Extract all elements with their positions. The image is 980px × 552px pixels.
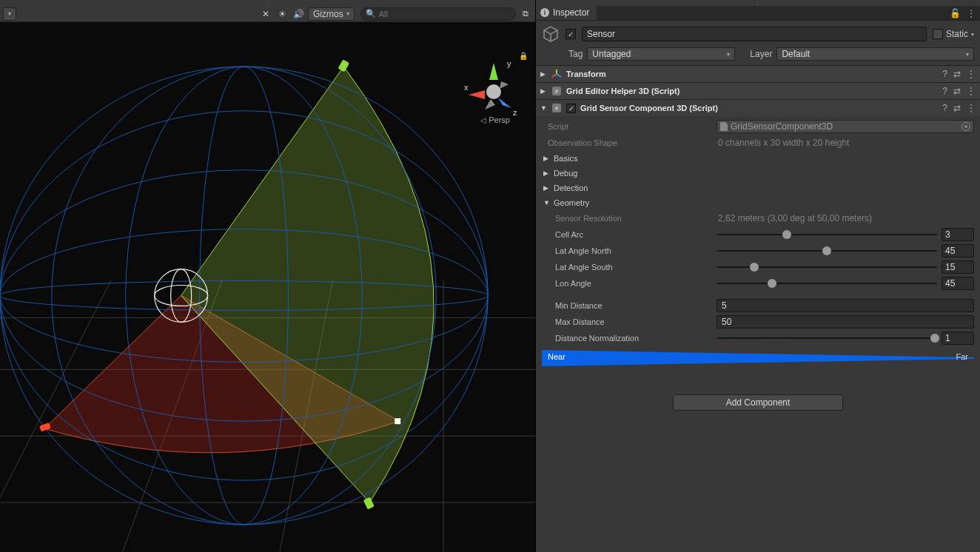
cell-arc-slider[interactable] — [716, 228, 937, 241]
tag-label: Tag — [568, 49, 583, 59]
script-prop-label: Script — [542, 122, 712, 131]
inspector-tabbar: i Inspector 🔓 ⋮ — [536, 6, 980, 21]
axis-z-label: z — [513, 108, 517, 117]
lock-icon[interactable]: 🔓 — [950, 8, 961, 18]
svg-marker-27 — [469, 90, 485, 99]
foldout-icon: ▼ — [540, 104, 547, 112]
component-header-grid-sensor[interactable]: ▼ # ✓ Grid Sensor Component 3D (Script) … — [536, 100, 980, 116]
script-icon: # — [551, 86, 562, 96]
axis-x-label: x — [464, 83, 469, 92]
script-file-icon — [720, 122, 728, 131]
svg-marker-26 — [489, 63, 498, 80]
max-dist-field[interactable] — [716, 315, 974, 329]
lon-angle-slider[interactable] — [716, 277, 937, 290]
panel-drag-handle[interactable]: ⋮ — [0, 0, 535, 6]
layer-label: Layer — [750, 49, 772, 59]
context-menu-icon[interactable]: ⋮ — [967, 86, 976, 96]
max-dist-label: Max Distance — [542, 317, 712, 326]
help-icon[interactable]: ? — [942, 86, 947, 96]
tag-dropdown[interactable]: Untagged▾ — [587, 47, 735, 61]
svg-rect-21 — [338, 59, 350, 72]
svg-marker-28 — [498, 98, 511, 108]
audio-icon[interactable]: 🔊 — [292, 7, 305, 21]
tools-icon[interactable]: ✕ — [259, 7, 272, 21]
inspector-tab-label: Inspector — [553, 7, 589, 18]
scene-panel: ⋮ ▾ ✕ ☀ 🔊 Gizmos ▾ 🔍 ⧉ — [0, 0, 536, 552]
static-dropdown-arrow[interactable]: ▾ — [971, 31, 974, 38]
component-header-transform[interactable]: ▶ Transform ?⇄⋮ — [536, 66, 980, 82]
context-menu-icon[interactable]: ⋮ — [967, 69, 976, 79]
obs-shape-label: Observation Shape — [542, 138, 712, 147]
svg-line-32 — [552, 74, 557, 77]
component-enable-checkbox[interactable]: ✓ — [566, 104, 576, 113]
svg-line-33 — [557, 74, 561, 77]
layer-dropdown[interactable]: Default▾ — [776, 47, 974, 61]
scene-toolbar: ▾ ✕ ☀ 🔊 Gizmos ▾ 🔍 ⧉ — [0, 6, 535, 22]
add-component-button[interactable]: Add Component — [673, 394, 843, 411]
lon-angle-label: Lon Angle — [542, 279, 712, 288]
sensor-res-label: Sensor Resolution — [542, 214, 712, 223]
obs-shape-value: 0 channels x 30 width x 20 height — [716, 138, 974, 148]
perspective-label[interactable]: ◁ Persp — [480, 115, 510, 124]
gizmos-label: Gizmos — [313, 9, 343, 19]
foldout-geometry[interactable]: ▼Geometry — [542, 196, 974, 209]
svg-marker-34 — [542, 350, 974, 366]
foldout-detection[interactable]: ▶Detection — [542, 181, 974, 195]
script-object-field[interactable]: GridSensorComponent3D — [716, 120, 974, 133]
popout-icon[interactable]: ⧉ — [519, 7, 532, 21]
gameobject-name-input[interactable] — [587, 29, 922, 39]
lat-north-field[interactable] — [942, 244, 974, 258]
preset-icon[interactable]: ⇄ — [953, 86, 961, 96]
cell-arc-label: Cell Arc — [542, 230, 712, 239]
gameobject-name-field[interactable] — [582, 27, 927, 41]
scene-view[interactable]: 🔒 y x z ◁ Pers — [0, 22, 535, 552]
tab-inspector[interactable]: i Inspector — [536, 5, 597, 20]
lat-north-slider[interactable] — [716, 244, 937, 258]
dist-norm-slider[interactable] — [716, 331, 937, 345]
svg-marker-30 — [485, 99, 495, 110]
shading-mode-dropdown[interactable]: ▾ — [3, 7, 16, 21]
cube-icon — [542, 25, 560, 43]
component-title: Grid Sensor Component 3D (Script) — [580, 104, 938, 112]
lat-south-field[interactable] — [942, 260, 974, 274]
object-picker-icon[interactable] — [961, 122, 970, 131]
lat-south-slider[interactable] — [716, 260, 937, 274]
transform-icon — [551, 69, 562, 79]
dist-norm-field[interactable] — [942, 331, 974, 345]
gameobject-header: ✓ Static ▾ — [536, 21, 980, 46]
foldout-debug[interactable]: ▶Debug — [542, 166, 974, 180]
scene-search-input[interactable] — [379, 10, 511, 18]
component-title: Grid Editor Helper 3D (Script) — [566, 87, 938, 95]
svg-rect-24 — [395, 418, 400, 424]
orientation-gizmo[interactable]: y x z — [464, 52, 523, 126]
info-icon: i — [540, 8, 549, 17]
foldout-basics[interactable]: ▶Basics — [542, 152, 974, 165]
lat-south-label: Lat Angle South — [542, 263, 712, 272]
svg-point-25 — [486, 84, 501, 99]
active-checkbox[interactable]: ✓ — [565, 29, 576, 39]
component-header-grid-editor-helper[interactable]: ▶ # Grid Editor Helper 3D (Script) ?⇄⋮ — [536, 83, 980, 99]
preset-icon[interactable]: ⇄ — [953, 69, 961, 79]
static-checkbox[interactable] — [933, 29, 943, 39]
help-icon[interactable]: ? — [942, 103, 947, 113]
scene-search[interactable]: 🔍 — [360, 7, 516, 21]
svg-marker-29 — [500, 81, 509, 89]
lon-angle-field[interactable] — [942, 277, 974, 290]
foldout-icon: ▶ — [540, 87, 547, 95]
component-title: Transform — [566, 70, 938, 78]
context-menu-icon[interactable]: ⋮ — [967, 8, 976, 18]
help-icon[interactable]: ? — [942, 69, 947, 79]
script-icon: # — [551, 103, 562, 113]
search-icon: 🔍 — [366, 9, 376, 18]
near-label: Near — [548, 352, 565, 361]
svg-rect-22 — [363, 497, 375, 510]
dist-norm-label: Distance Normalization — [542, 334, 712, 343]
gizmos-dropdown[interactable]: Gizmos ▾ — [308, 7, 355, 21]
component-body-grid-sensor: Script GridSensorComponent3D Observation… — [536, 116, 980, 372]
panel-drag-handle[interactable]: ⋮ — [536, 0, 980, 6]
min-dist-field[interactable] — [716, 299, 974, 312]
lighting-icon[interactable]: ☀ — [275, 7, 289, 21]
preset-icon[interactable]: ⇄ — [953, 103, 961, 113]
cell-arc-field[interactable] — [942, 228, 974, 241]
context-menu-icon[interactable]: ⋮ — [967, 103, 976, 113]
